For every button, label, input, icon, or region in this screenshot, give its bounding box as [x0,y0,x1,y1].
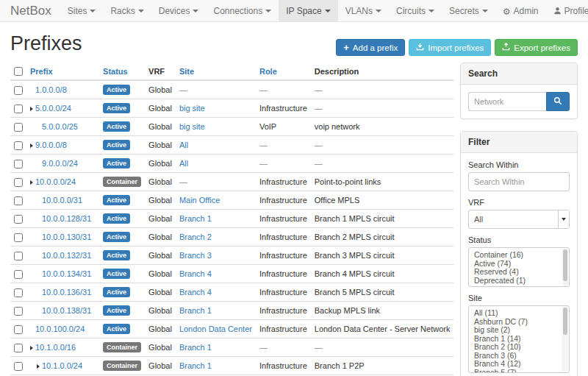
site-link[interactable]: All [179,159,188,168]
nav-item-devices[interactable]: Devices [151,0,207,22]
prefix-link[interactable]: 10.1.0.0/24 [42,361,82,370]
select-all-checkbox[interactable] [14,67,23,76]
prefix-link[interactable]: 10.0.0.138/31 [42,306,91,315]
nav-item-racks[interactable]: Racks [103,0,151,22]
prefix-link[interactable]: 10.0.0.0/31 [42,196,82,205]
prefix-link[interactable]: 10.0.0.132/31 [42,251,91,260]
option-item[interactable]: Reserved (4) [474,268,558,277]
row-checkbox[interactable] [14,344,23,352]
nav-item-ip-space[interactable]: IP Space [279,0,337,22]
option-item[interactable]: Branch 5 (7) [474,369,558,374]
row-checkbox[interactable] [14,86,23,95]
column-header-site[interactable]: Site [176,63,256,80]
row-checkbox[interactable] [14,252,23,260]
site-link[interactable]: big site [179,104,205,113]
nav-item-sites[interactable]: Sites [60,0,104,22]
row-checkbox[interactable] [14,270,23,279]
status-badge[interactable]: Active [103,287,130,297]
status-badge[interactable]: Active [103,195,130,205]
column-header-status[interactable]: Status [99,63,145,80]
row-checkbox[interactable] [14,104,23,113]
brand[interactable]: NetBox [10,4,51,18]
status-badge[interactable]: Active [103,85,130,95]
prefix-link[interactable]: 10.0.100.0/24 [35,324,85,333]
row-checkbox[interactable] [14,160,23,169]
status-badge[interactable]: Active [103,250,130,260]
row-checkbox[interactable] [14,362,23,371]
nav-item-admin[interactable]: ⚙Admin [495,0,546,22]
vrf-select[interactable]: All [468,210,570,229]
prefix-link[interactable]: 10.0.0.134/31 [42,269,91,278]
status-badge[interactable]: Active [103,140,130,150]
prefix-link[interactable]: 10.0.0.136/31 [42,288,91,297]
row-checkbox[interactable] [14,325,23,334]
site-link[interactable]: Branch 1 [179,343,212,352]
nav-item-connections[interactable]: Connections [206,0,279,22]
row-checkbox[interactable] [14,233,23,242]
row-checkbox[interactable] [14,178,23,187]
prefix-link[interactable]: 10.0.0.130/31 [42,233,91,241]
status-badge[interactable]: Active [103,158,130,169]
row-checkbox[interactable] [14,215,23,224]
site-link[interactable]: Branch 3 [179,251,212,260]
row-checkbox[interactable] [14,288,23,297]
option-item[interactable]: Branch 2 (10) [474,343,558,352]
table-row: 10.0.0.0/24ContainerGlobal—Infrastructur… [10,173,453,191]
search-button[interactable] [546,92,570,111]
export-prefixes-button[interactable]: Export prefixes [495,39,578,56]
add-prefix-button[interactable]: + Add a prefix [336,39,405,56]
import-prefixes-button[interactable]: Import prefixes [409,39,491,56]
site-link[interactable]: All [179,141,188,149]
site-link[interactable]: Branch 1 [179,214,212,223]
nav-item-vlans[interactable]: VLANs [338,0,389,22]
status-badge[interactable]: Active [103,269,130,279]
status-badge[interactable]: Active [103,103,130,113]
column-header-prefix[interactable]: Prefix [26,63,99,80]
search-within-input[interactable] [468,172,570,191]
status-badge[interactable]: Container [103,342,141,352]
status-badge[interactable]: Active [103,305,130,316]
column-header-role[interactable]: Role [256,63,311,80]
site-link[interactable]: Branch 2 [179,233,212,241]
scrollbar-thumb[interactable] [563,308,567,335]
status-badge[interactable]: Active [103,213,130,224]
row-checkbox[interactable] [14,307,23,316]
nav-item-secrets[interactable]: Secrets [442,0,495,22]
scrollbar[interactable] [562,249,568,285]
site-link[interactable]: Main Office [179,196,220,205]
site-link[interactable]: Branch 4 [179,288,212,297]
nav-item-profile[interactable]: Profile [546,0,588,22]
prefix-link[interactable]: 10.0.0.128/31 [42,214,91,223]
site-link[interactable]: London Data Center [179,324,252,333]
prefix-link[interactable]: 1.0.0.0/8 [35,85,67,94]
prefix-link[interactable]: 9.0.0.0/24 [42,159,78,168]
option-item[interactable]: All (11) [474,309,558,318]
option-item[interactable]: big site (2) [474,326,558,335]
site-link[interactable]: Branch 1 [179,306,212,315]
status-listbox[interactable]: Container (16)Active (74)Reserved (4)Dep… [468,247,570,287]
row-checkbox[interactable] [14,141,23,150]
row-checkbox[interactable] [14,123,23,132]
row-checkbox[interactable] [14,196,23,205]
scrollbar[interactable] [562,307,568,372]
search-input[interactable] [468,92,546,111]
site-link[interactable]: Branch 1 [179,361,212,370]
option-item[interactable]: Branch 4 (12) [474,360,558,369]
status-badge[interactable]: Container [103,177,141,187]
prefix-link[interactable]: 10.0.0.0/24 [35,177,76,186]
option-item[interactable]: Container (16) [474,251,558,260]
scrollbar-thumb[interactable] [563,249,567,281]
site-listbox[interactable]: All (11)Ashburn DC (7)big site (2)Branch… [468,305,570,373]
status-badge[interactable]: Active [103,324,130,334]
prefix-link[interactable]: 5.0.0.0/24 [35,104,71,113]
nav-item-circuits[interactable]: Circuits [389,0,442,22]
status-badge[interactable]: Active [103,121,130,132]
site-link[interactable]: big site [179,122,205,131]
site-link[interactable]: Branch 4 [179,269,212,278]
prefix-link[interactable]: 5.0.0.0/25 [42,122,78,131]
prefix-link[interactable]: 10.1.0.0/16 [35,343,76,352]
status-badge[interactable]: Container [103,361,141,371]
status-badge[interactable]: Active [103,232,130,242]
prefix-link[interactable]: 9.0.0.0/8 [35,141,67,149]
option-item[interactable]: Deprecated (1) [474,277,558,285]
